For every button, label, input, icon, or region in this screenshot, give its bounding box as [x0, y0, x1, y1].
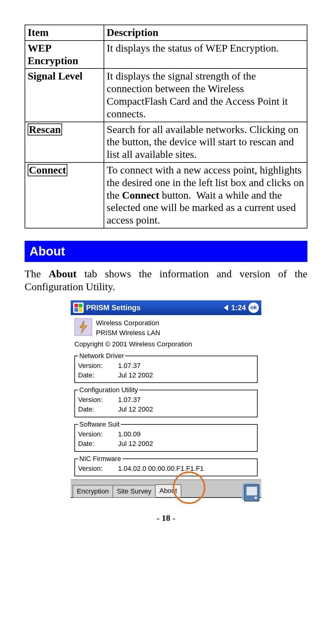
start-icon[interactable] [73, 302, 84, 313]
info-row: Date:Jul 12 2002 [78, 439, 254, 449]
table-desc-cell: Search for all available networks. Click… [104, 122, 307, 162]
tab-encryption[interactable]: Encryption [73, 485, 113, 498]
info-key: Version: [78, 464, 112, 474]
info-group: Software SuitVersion:1.00.09Date:Jul 12 … [74, 420, 258, 452]
page-footer: - 18 - [25, 513, 307, 523]
info-value: 1.07.37 [118, 395, 140, 405]
group-legend: Software Suit [78, 420, 121, 428]
group-legend: Configuration Utility [78, 386, 139, 394]
about-paragraph: The About tab shows the information and … [25, 267, 307, 294]
info-key: Version: [78, 361, 112, 371]
description-table: Item Description WEPEncryptionIt display… [25, 25, 307, 228]
table-desc-cell: It displays the signal strength of the c… [104, 68, 307, 122]
about-screenshot: PRISM Settings 1:24 ok Wireless Corporat… [71, 300, 261, 498]
info-row: Date:Jul 12 2002 [78, 371, 254, 380]
window-title: PRISM Settings [86, 303, 140, 312]
info-row: Version:1.04.02.0 00.00.00.F1.F1.F1 [78, 464, 254, 474]
info-group: Network DriverVersion:1.07.37Date:Jul 12… [74, 352, 258, 383]
table-desc-cell: It displays the status of WEP Encryption… [104, 41, 307, 69]
section-heading-about: About [25, 241, 307, 262]
product-icon [74, 318, 92, 336]
info-row: Version:1.07.37 [78, 395, 254, 405]
info-value: 1.07.37 [118, 361, 140, 371]
info-key: Date: [78, 405, 112, 414]
tab-about[interactable]: About [155, 484, 181, 497]
info-value: Jul 12 2002 [118, 405, 153, 414]
info-value: Jul 12 2002 [118, 371, 153, 380]
th-item: Item [25, 25, 104, 41]
svg-marker-0 [80, 321, 87, 334]
th-description: Description [104, 25, 307, 41]
info-group: Configuration UtilityVersion:1.07.37Date… [74, 386, 258, 417]
info-key: Version: [78, 430, 112, 439]
table-item-cell: Signal Level [25, 68, 104, 122]
product-name: PRISM Wireless LAN [96, 328, 160, 338]
info-value: 1.00.09 [118, 430, 140, 439]
info-group: NIC FirmwareVersion:1.04.02.0 00.00.00.F… [74, 455, 258, 477]
tab-bar: EncryptionSite SurveyAbout [71, 479, 261, 497]
table-desc-cell: To connect with a new access point, high… [104, 162, 307, 228]
company-name: Wireless Corporation [96, 318, 160, 328]
info-key: Date: [78, 371, 112, 380]
info-key: Version: [78, 395, 112, 405]
info-value: Jul 12 2002 [118, 439, 153, 449]
info-row: Date:Jul 12 2002 [78, 405, 254, 414]
table-item-cell: Connect [25, 162, 104, 228]
info-row: Version:1.00.09 [78, 430, 254, 439]
copyright-text: Copyright © 2001 Wireless Corporation [74, 340, 258, 348]
table-item-cell: WEPEncryption [25, 41, 104, 69]
clock[interactable]: 1:24 [231, 303, 246, 312]
info-value: 1.04.02.0 00.00.00.F1.F1.F1 [118, 464, 204, 474]
volume-icon[interactable] [224, 305, 228, 311]
info-key: Date: [78, 439, 112, 449]
window-titlebar: PRISM Settings 1:24 ok [71, 300, 261, 315]
sip-keyboard-icon[interactable] [244, 484, 259, 502]
group-legend: Network Driver [78, 352, 125, 360]
ok-button[interactable]: ok [248, 302, 259, 313]
info-row: Version:1.07.37 [78, 361, 254, 371]
tab-site-survey[interactable]: Site Survey [113, 485, 156, 498]
table-item-cell: Rescan [25, 122, 104, 162]
group-legend: NIC Firmware [78, 455, 122, 463]
